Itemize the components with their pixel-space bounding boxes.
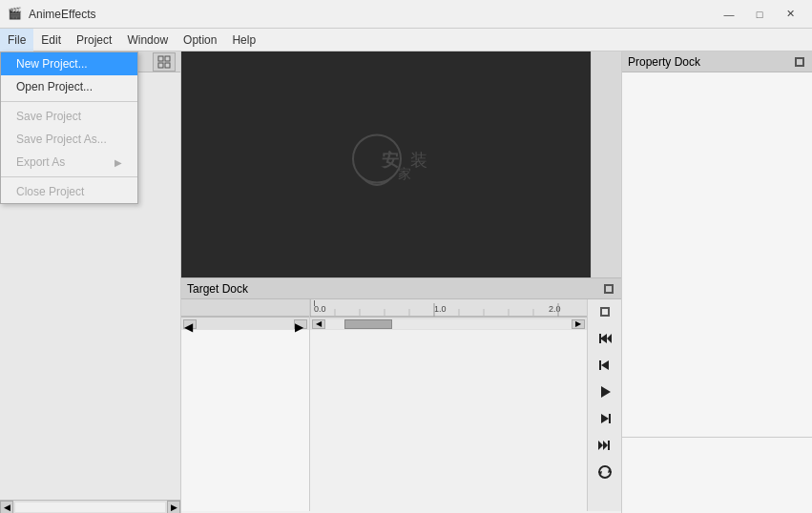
timeline-area: ◀ ▶ 0.0 1.0 2.0 [181, 299, 621, 511]
timeline-ruler: 0.0 1.0 2.0 [310, 299, 587, 317]
svg-rect-11 [612, 284, 614, 294]
target-dock-pin[interactable] [602, 282, 615, 296]
svg-marker-33 [601, 414, 609, 423]
svg-text:安: 安 [381, 149, 399, 169]
canvas-area: 安 家 装 [181, 51, 591, 277]
property-dock: Property Dock [621, 51, 812, 513]
target-dock-label: Target Dock [187, 282, 248, 296]
svg-rect-0 [158, 56, 163, 61]
app-title: AnimeEffects [29, 8, 95, 21]
timeline-scroll-thumb[interactable] [344, 319, 392, 329]
minimize-button[interactable]: — [715, 4, 743, 25]
svg-marker-30 [601, 360, 609, 370]
menu-window[interactable]: Window [119, 29, 176, 51]
svg-rect-1 [165, 56, 170, 61]
next-frame-button[interactable] [593, 406, 617, 431]
menu-open-project[interactable]: Open Project... [1, 75, 137, 98]
app-icon: 🎬 [8, 7, 23, 22]
menu-save-project-as: Save Project As... [1, 128, 137, 151]
timeline-left-scroll: ◀ ▶ [181, 317, 309, 330]
svg-rect-26 [608, 307, 610, 317]
timeline-scroll-left[interactable]: ◀ [312, 319, 325, 329]
svg-text:家: 家 [398, 165, 411, 180]
property-dock-header: Property Dock [622, 51, 812, 72]
maximize-button[interactable]: □ [745, 4, 774, 25]
viewer-top: 安 家 装 [181, 51, 621, 277]
svg-rect-41 [802, 57, 804, 67]
playback-controls [587, 299, 621, 511]
timeline-scroll-track[interactable] [325, 319, 572, 329]
menu-bar: File Edit Project Window Option Help New… [0, 29, 812, 51]
left-scroll-track[interactable] [15, 503, 165, 512]
left-scroll-left[interactable]: ◀ [0, 501, 13, 514]
svg-text:装: 装 [410, 150, 427, 169]
menu-project[interactable]: Project [69, 29, 119, 51]
svg-rect-2 [158, 63, 163, 68]
scroll-track-left[interactable] [197, 319, 294, 329]
timeline-scroll-bar: ◀ ▶ [310, 317, 587, 330]
title-bar-left: 🎬 AnimeEffects [8, 7, 95, 22]
svg-rect-31 [599, 360, 601, 370]
viewer-panel: 安 家 装 Target Dock [181, 51, 621, 513]
grid-toggle-button[interactable] [153, 52, 176, 72]
menu-export-as: Export As ▶ [1, 151, 137, 174]
svg-marker-27 [600, 334, 607, 343]
play-button[interactable] [593, 380, 617, 404]
left-bottom-scroll: ◀ ▶ [0, 500, 180, 513]
title-bar-controls: — □ ✕ [715, 4, 804, 25]
menu-option[interactable]: Option [176, 29, 224, 51]
target-dock: Target Dock ◀ [181, 277, 621, 511]
to-end-button[interactable] [593, 433, 617, 458]
ruler-ticks [310, 299, 587, 317]
property-content-area [622, 72, 812, 437]
timeline-content: 0.0 1.0 2.0 [310, 299, 587, 511]
svg-marker-35 [598, 441, 603, 450]
file-dropdown-menu: New Project... Open Project... Save Proj… [0, 51, 138, 204]
close-button[interactable]: ✕ [776, 4, 804, 25]
viewer-canvas-container: 安 家 装 [181, 51, 591, 277]
menu-file[interactable]: File [0, 29, 33, 51]
scroll-right-btn[interactable]: ▶ [294, 319, 307, 329]
menu-new-project[interactable]: New Project... [1, 52, 137, 75]
svg-rect-28 [599, 334, 601, 343]
export-submenu-arrow: ▶ [115, 157, 122, 168]
property-dock-label: Property Dock [628, 55, 700, 69]
property-dock-pin[interactable] [793, 55, 806, 69]
separator-2 [1, 176, 137, 177]
title-bar: 🎬 AnimeEffects — □ ✕ [0, 0, 812, 29]
svg-marker-32 [601, 386, 611, 398]
svg-rect-37 [608, 441, 610, 450]
target-dock-header: Target Dock [181, 278, 621, 299]
left-scroll-right[interactable]: ▶ [167, 501, 180, 514]
timeline-ruler-left [181, 299, 309, 317]
prev-frame-button[interactable] [593, 353, 617, 378]
timeline-labels: ◀ ▶ [181, 299, 310, 511]
property-bottom-area [622, 437, 812, 513]
svg-marker-36 [603, 441, 608, 450]
menu-save-project: Save Project [1, 105, 137, 128]
separator-1 [1, 101, 137, 102]
playback-dock-pin[interactable] [593, 303, 616, 320]
svg-rect-34 [609, 414, 611, 423]
to-start-button[interactable] [593, 326, 617, 351]
menu-close-project: Close Project [1, 180, 137, 203]
loop-button[interactable] [593, 460, 617, 484]
menu-edit[interactable]: Edit [33, 29, 69, 51]
svg-marker-29 [607, 334, 612, 343]
watermark: 安 家 装 [329, 125, 444, 204]
scroll-left-btn[interactable]: ◀ [183, 319, 197, 329]
timeline-scroll-right[interactable]: ▶ [572, 319, 585, 329]
menu-help[interactable]: Help [224, 29, 263, 51]
svg-rect-3 [165, 63, 170, 68]
viewer-toolbar [591, 51, 621, 277]
